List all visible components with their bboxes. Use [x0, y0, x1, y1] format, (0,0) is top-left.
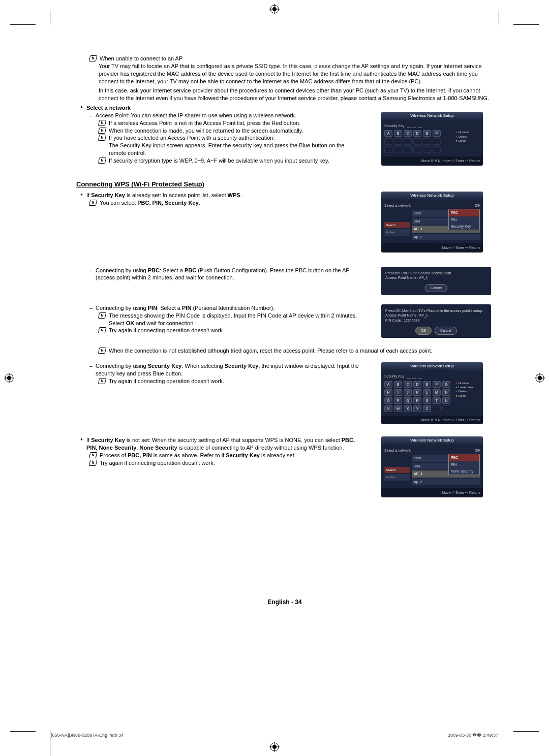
ui-title: Wireless Network Setup: [381, 436, 483, 445]
action-delete[interactable]: Delete: [455, 389, 480, 393]
msg-line: Access Point Name : AP_1: [385, 275, 487, 280]
action-done[interactable]: Done: [455, 394, 480, 398]
action-done[interactable]: Done: [455, 139, 480, 143]
key-f[interactable]: F: [433, 130, 441, 137]
action-number[interactable]: Number: [455, 130, 480, 134]
key[interactable]: I: [394, 389, 402, 396]
key[interactable]: S: [423, 397, 431, 404]
key[interactable]: C: [404, 381, 412, 388]
key[interactable]: Q: [404, 397, 412, 404]
select-network-label: Select a network: [384, 449, 411, 452]
text: When unable to connect to an AP: [100, 55, 182, 61]
key[interactable]: D: [413, 381, 421, 388]
ui-pin-message: Press OK After input TV's Pincode in the…: [381, 304, 491, 338]
key[interactable]: Y: [413, 405, 421, 412]
note-icon: [98, 120, 107, 126]
note-icon: [98, 378, 107, 384]
msg-line: Access Point Name : AP_1: [385, 313, 487, 318]
popup-item-pbc[interactable]: PBC: [449, 209, 479, 216]
registration-mark-right: [535, 373, 545, 383]
ui-security-key-alpha: Wireless Network Setup Security Key ABCD…: [381, 362, 483, 424]
adhoc-button[interactable]: Ad-hoc: [384, 229, 410, 235]
action-number[interactable]: Number: [455, 381, 480, 385]
dash-pin: Connecting by using PIN: Select a PIN (P…: [89, 304, 361, 312]
key-b[interactable]: B: [394, 130, 402, 137]
ap-row[interactable]: Ap_2: [412, 234, 480, 240]
paragraph-isp-contact: In this case, ask your Internet service …: [99, 87, 493, 102]
ui-pbc-message: Press the PBC button on the access point…: [381, 267, 491, 295]
select-network-label: Select a network: [384, 204, 411, 207]
key[interactable]: T: [433, 397, 441, 404]
cancel-button[interactable]: Cancel: [425, 284, 447, 292]
paragraph-private-ssid: Your TV may fail to locate an AP that is…: [99, 62, 493, 85]
key[interactable]: O: [384, 397, 392, 404]
key[interactable]: P: [394, 397, 402, 404]
note-wep: If security encryption type is WEP, 0~9,…: [99, 157, 361, 165]
key[interactable]: H: [384, 389, 392, 396]
crop-mark: [10, 731, 36, 732]
ui-security-key-hex: Wireless Network Setup Security Key A B …: [381, 112, 483, 166]
key[interactable]: W: [394, 405, 402, 412]
key[interactable]: M: [433, 389, 441, 396]
counter: 3/9: [475, 448, 480, 453]
text: If security encryption type is WEP, 0~9,…: [109, 158, 329, 164]
bullet-not-set: If Security Key is not set: When the sec…: [80, 436, 361, 452]
note-icon: [89, 55, 98, 61]
msg-line: PIN Code : 12345678: [385, 318, 487, 323]
registration-mark-left: [4, 373, 14, 383]
label: Select a network: [86, 105, 131, 111]
ap-row[interactable]: Ap_2: [412, 479, 480, 485]
ui-footer: Move 0~9 Number ⏎ Enter ↩ Return: [381, 156, 483, 165]
popup-item-seckey[interactable]: Security Key: [449, 223, 479, 230]
text: Access Point: You can select the IP shar…: [96, 112, 296, 118]
wps-popup: PBC PIN None Security: [448, 454, 480, 475]
dash-security-key: Connecting by using Security Key: When s…: [89, 362, 361, 377]
ui-select-network-pbc: Wireless Network Setup Select a network …: [381, 192, 483, 252]
note-sec-auth: If you have selected an Access Point wit…: [99, 134, 361, 142]
text: If you have selected an Access Point wit…: [109, 135, 275, 141]
bullet-select-network: Select a network: [80, 104, 493, 112]
action-delete[interactable]: Delete: [455, 135, 480, 139]
note-icon: [98, 312, 107, 319]
note-icon: [98, 128, 107, 134]
crop-mark: [50, 10, 50, 25]
key[interactable]: X: [404, 405, 412, 412]
text: When the connection is made, you will be…: [109, 128, 303, 134]
popup-item-pbc[interactable]: PBC: [449, 454, 479, 461]
key[interactable]: L: [423, 389, 431, 396]
key[interactable]: F: [433, 381, 441, 388]
popup-item-pin[interactable]: PIN: [449, 461, 479, 468]
crop-mark: [50, 731, 50, 756]
key[interactable]: G: [442, 381, 450, 388]
key[interactable]: U: [442, 397, 450, 404]
note-icon: [89, 200, 98, 206]
popup-item-none[interactable]: None Security: [449, 468, 479, 475]
popup-item-pin[interactable]: PIN: [449, 216, 479, 223]
key[interactable]: R: [413, 397, 421, 404]
key[interactable]: N: [442, 389, 450, 396]
key[interactable]: Z: [423, 405, 431, 412]
bullet-wps-set: If Security Key is already set: In acces…: [80, 192, 361, 199]
key[interactable]: E: [423, 381, 431, 388]
search-button[interactable]: Search: [384, 222, 410, 228]
key[interactable]: V: [384, 405, 392, 412]
ok-button[interactable]: OK: [415, 327, 432, 334]
ui-title: Wireless Network Setup: [381, 362, 483, 371]
cancel-button[interactable]: Cancel: [435, 327, 457, 334]
search-button[interactable]: Search: [384, 467, 410, 473]
text: If a wireless Access Point is not in the…: [109, 120, 300, 126]
key[interactable]: J: [404, 389, 412, 396]
note-icon: [89, 452, 98, 458]
print-file: [650-NA]BN68-02097A-Eng.indb 34: [51, 733, 124, 738]
key-a[interactable]: A: [384, 130, 392, 137]
key[interactable]: A: [384, 381, 392, 388]
key-c[interactable]: C: [404, 130, 412, 137]
key-e[interactable]: E: [423, 130, 431, 137]
adhoc-button[interactable]: Ad-hoc: [384, 474, 410, 480]
counter: 3/9: [475, 203, 480, 208]
key[interactable]: B: [394, 381, 402, 388]
note-red-button: If a wireless Access Point is not in the…: [99, 119, 361, 127]
action-lowercase[interactable]: Lowercase: [455, 385, 480, 389]
key[interactable]: K: [413, 389, 421, 396]
key-d[interactable]: D: [413, 130, 421, 137]
